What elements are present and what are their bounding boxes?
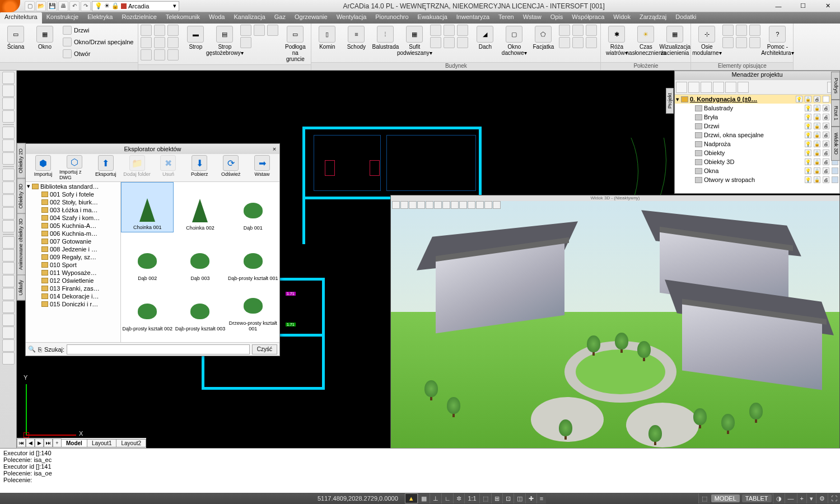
tool-icon[interactable] (2, 152, 15, 165)
side-tab[interactable]: Obiekty 3D (17, 179, 26, 214)
v3d-tool-icon[interactable] (434, 201, 442, 209)
projmgr-tool-icon[interactable] (725, 82, 736, 93)
v3d-tool-icon[interactable] (400, 201, 408, 209)
tool-icon[interactable] (2, 288, 15, 300)
v3d-tool-icon[interactable] (392, 201, 400, 209)
object-thumbnail[interactable]: Dąb-prosty kształt 003 (174, 283, 226, 333)
projmgr-tool-icon[interactable] (676, 82, 687, 93)
status-toggle[interactable]: ≡ (536, 493, 546, 503)
qat-redo-icon[interactable]: ↷ (81, 1, 91, 11)
roof-window-button[interactable]: ▢Okno dachowe▾ (501, 25, 528, 57)
qat-save-icon[interactable]: 💾 (47, 1, 57, 11)
layer-combo[interactable]: 💡 ☀ 🔒 Arcadia ▾ (92, 1, 179, 11)
stairs-button[interactable]: ≡Schody (343, 25, 370, 51)
v3d-tool-icon[interactable] (409, 201, 417, 209)
projmgr-layer-row[interactable]: Drzwi💡🔒🖨 (675, 122, 839, 130)
door-button[interactable]: Drzwi (60, 25, 136, 36)
command-window[interactable]: Executor id []:140Polecenie: isa_ecExecu… (0, 448, 840, 493)
v3d-tool-icon[interactable] (493, 201, 501, 209)
v3d-tool-icon[interactable] (426, 201, 433, 209)
ribbed-slab-button[interactable]: ▤Strop gęstożebrowy▾ (211, 25, 238, 57)
projmgr-tool-icon[interactable] (713, 82, 724, 93)
tool-icon[interactable] (2, 220, 15, 232)
tree-folder[interactable]: 004 Szafy i kom… (26, 214, 120, 222)
projmgr-layer-row[interactable]: Balustrady💡🔒🖨 (675, 104, 839, 113)
tool-icon[interactable] (2, 301, 15, 313)
describe-tools-grid[interactable] (722, 25, 762, 48)
objexp-tool-button[interactable]: ⬆Eksportuj (91, 155, 121, 180)
window-button[interactable]: ▦Okno (31, 25, 58, 51)
tool-icon[interactable] (2, 169, 15, 181)
v3d-tool-icon[interactable] (459, 201, 467, 209)
tool-icon[interactable] (2, 127, 15, 139)
tool-icon[interactable] (2, 314, 15, 326)
tree-folder[interactable]: 008 Jedzenie i … (26, 245, 120, 253)
objexp-tool-button[interactable]: ⬡Importuj z DWG (59, 155, 90, 180)
status-toggle[interactable]: ✲ (453, 493, 464, 503)
ribbon-tab[interactable]: Architektura (0, 12, 42, 24)
status-toggle[interactable]: ⊞ (491, 493, 502, 503)
tool-icon[interactable] (2, 249, 15, 262)
snap-toggle[interactable]: ▲ (405, 493, 418, 503)
ribbon-tab[interactable]: Konstrukcje (42, 12, 83, 24)
qat-undo-icon[interactable]: ↶ (69, 1, 80, 11)
ribbon-tab[interactable]: Woda (204, 12, 230, 24)
ribbon-tab[interactable]: Opis (546, 12, 568, 24)
modular-axes-button[interactable]: ⊹Osie modularne▾ (693, 25, 720, 57)
ribbon-tab[interactable]: Teren (494, 12, 519, 24)
minimize-button[interactable]: — (766, 0, 791, 12)
qat-print-icon[interactable]: 🖶 (58, 1, 68, 11)
close-button[interactable]: ✕ (815, 0, 840, 12)
projmgr-tool-icon[interactable] (701, 82, 712, 93)
status-toggle[interactable]: ⊥ (430, 493, 441, 503)
status-toggle[interactable]: 1:1 (464, 493, 479, 503)
projmgr-layer-row[interactable]: Drzwi, okna specjalne💡🔒🖨 (675, 130, 839, 139)
tree-folder[interactable]: 003 Łóżka i ma… (26, 206, 120, 214)
tree-folder[interactable]: 005 Kuchnia-A… (26, 222, 120, 230)
projmgr-layer-row[interactable]: Obiekty 3D💡🔒🖨 (675, 157, 839, 166)
tab-add-icon[interactable]: + (53, 438, 62, 447)
ceiling-button[interactable]: ▦Sufit podwieszany▾ (401, 25, 428, 57)
chimney-button[interactable]: ▯Komin (314, 25, 340, 51)
tree-folder[interactable]: 010 Sport (26, 261, 120, 269)
tablet-button[interactable]: TABLET (742, 494, 772, 502)
ribbon-tab[interactable]: Inwentaryza (452, 12, 494, 24)
misc-tools-grid[interactable] (559, 25, 598, 48)
status-toggle[interactable]: — (785, 493, 797, 503)
model-space-button[interactable]: MODEL (711, 494, 740, 502)
status-toggle[interactable]: ◑ (773, 493, 785, 503)
status-toggle[interactable]: ⚙ (816, 493, 828, 503)
roof-button[interactable]: ◢Dach (472, 25, 498, 51)
status-toggle[interactable]: + (797, 493, 806, 503)
ribbon-tab[interactable]: Wstaw (519, 12, 546, 24)
tree-folder[interactable]: 011 Wyposaże… (26, 269, 120, 277)
tool-icon[interactable] (2, 181, 15, 194)
right-tab[interactable]: Widok 3D (831, 127, 840, 161)
status-toggle[interactable]: ⬚ (479, 493, 491, 503)
ribbon-tab[interactable]: Piorunochro (371, 12, 413, 24)
objexp-tool-button[interactable]: ⟳Odśwież (216, 155, 246, 180)
objexp-tool-button[interactable]: ➡Wstaw (247, 155, 277, 180)
objexp-tool-button[interactable]: ⬇Pobierz (184, 155, 214, 180)
status-toggle[interactable]: ⬚ (698, 493, 710, 503)
tool-icon[interactable] (2, 72, 15, 84)
tree-folder[interactable]: 002 Stoły, biurk… (26, 198, 120, 206)
status-toggle[interactable]: ⊡ (502, 493, 514, 503)
small-tools-grid[interactable] (141, 25, 180, 60)
ribbon-tab[interactable]: Dodatki (671, 12, 701, 24)
object-thumbnail[interactable]: Choinka 002 (174, 182, 226, 232)
projmgr-tool-icon[interactable] (738, 82, 749, 93)
help-button[interactable]: ?Pomoc - Architektura▾ (764, 25, 791, 57)
tree-folder[interactable]: 014 Dekoracje i… (26, 292, 120, 300)
right-tab[interactable]: Rzut 1 (831, 100, 840, 127)
v3d-tool-icon[interactable] (476, 201, 484, 209)
sun-time-button[interactable]: ☀Czas nasłonecznienia (632, 25, 659, 57)
tree-folder[interactable]: 009 Regały, sz… (26, 253, 120, 261)
object-thumbnail[interactable]: Dąb 001 (227, 182, 279, 232)
v3d-tool-icon[interactable] (417, 201, 425, 209)
tool-icon[interactable] (2, 352, 15, 365)
tool-icon[interactable] (2, 326, 15, 339)
status-toggle[interactable]: ∟ (441, 493, 454, 503)
tab-last-icon[interactable]: ⏭ (44, 438, 53, 447)
railing-button[interactable]: ⦙Balustrada (372, 25, 399, 51)
